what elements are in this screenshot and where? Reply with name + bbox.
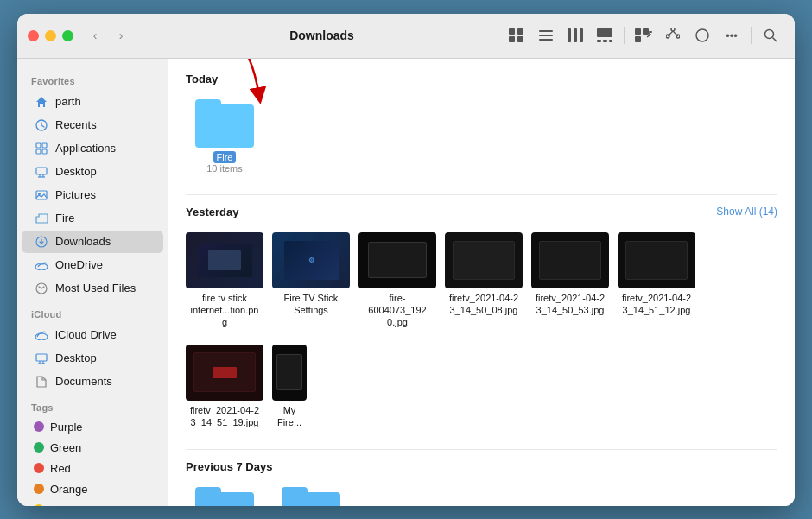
window-title: Downloads <box>141 28 503 42</box>
yesterday-section: Yesterday Show All (14) fire tv stick in… <box>186 206 777 432</box>
file-item-myfire[interactable]: My Fire... <box>272 341 307 433</box>
file-item-firetvsettings[interactable]: ⚙ Fire TV Stick Settings <box>272 229 350 332</box>
fire-folder-container: Fire 10 items <box>186 96 263 177</box>
mostused-icon <box>34 281 49 296</box>
file-item-firetv2[interactable]: firetv_2021-04-2 3_14_50_53.jpg <box>531 229 609 332</box>
tag-button[interactable] <box>688 22 716 49</box>
pictures-icon <box>34 187 49 203</box>
sidebar-item-yellow[interactable]: Yellow <box>22 500 163 506</box>
sidebar-item-fire[interactable]: Fire <box>22 207 163 230</box>
sidebar-item-red[interactable]: Red <box>22 459 163 478</box>
svg-rect-30 <box>42 149 47 154</box>
fire-folder-name: Fire <box>213 151 237 163</box>
more-button[interactable]: ••• <box>718 22 745 49</box>
sidebar-item-desktop[interactable]: Desktop <box>22 161 163 183</box>
svg-rect-14 <box>635 28 641 35</box>
sidebar-item-purple[interactable]: Purple <box>22 417 163 437</box>
traffic-lights <box>28 30 73 41</box>
file-item-firetv1[interactable]: firetv_2021-04-2 3_14_50_08.jpg <box>445 229 523 332</box>
sidebar-item-green[interactable]: Green <box>22 438 163 458</box>
svg-point-36 <box>38 193 41 195</box>
sidebar-item-documents[interactable]: Documents <box>22 370 163 393</box>
today-header: Today <box>186 73 777 85</box>
svg-rect-17 <box>649 31 652 33</box>
firetvsettings-name: Fire TV Stick Settings <box>276 292 346 317</box>
svg-rect-12 <box>603 40 607 42</box>
sidebar-item-icloudrive[interactable]: iCloud Drive <box>22 324 163 346</box>
myfire-name: My Fire... <box>276 404 303 429</box>
sidebar-pictures-label: Pictures <box>55 188 96 201</box>
svg-rect-10 <box>597 28 612 37</box>
divider-yesterday-prev7 <box>186 449 777 450</box>
forward-button[interactable]: › <box>110 24 132 47</box>
today-section: Today <box>186 73 777 177</box>
today-files: Fire 10 items <box>186 96 777 177</box>
file-item-amazon[interactable]: Amazon 20 items <box>186 484 263 505</box>
sidebar-item-pictures[interactable]: Pictures <box>22 184 163 206</box>
svg-rect-15 <box>643 28 649 35</box>
svg-point-23 <box>696 29 708 41</box>
fire-folder-icon <box>195 99 254 148</box>
thumb-myfire <box>272 345 307 401</box>
gallery-view-button[interactable] <box>591 22 619 49</box>
svg-rect-28 <box>42 143 47 148</box>
icloud-icon <box>34 327 49 343</box>
sidebar-item-mostused[interactable]: Most Used Files <box>22 277 163 300</box>
sidebar-item-applications[interactable]: Applications <box>22 137 163 160</box>
fullscreen-button[interactable] <box>62 30 73 41</box>
home-icon <box>34 94 49 110</box>
apps-icon <box>34 141 49 156</box>
yesterday-header: Yesterday Show All (14) <box>186 206 777 218</box>
back-button[interactable]: ‹ <box>84 24 106 47</box>
file-item-fire6004073[interactable]: fire-6004073_192 0.jpg <box>358 229 436 332</box>
sidebar-item-parth[interactable]: parth <box>22 91 163 113</box>
fire6004073-name: fire-6004073_192 0.jpg <box>362 292 433 329</box>
fire-folder-name-text: Fire <box>213 151 237 163</box>
fire-folder-item[interactable]: Fire 10 items <box>186 96 263 177</box>
show-all-yesterday[interactable]: Show All (14) <box>716 206 777 218</box>
search-button[interactable] <box>757 22 784 49</box>
favorites-label: Favorites <box>17 67 168 90</box>
minimize-button[interactable] <box>45 30 56 41</box>
file-item-screenshots[interactable]: Screenshots 17 items <box>272 484 350 505</box>
file-item-firetvinternet[interactable]: fire tv stick internet...tion.png <box>186 229 263 332</box>
svg-rect-29 <box>36 149 41 154</box>
sidebar-item-iclouddesktop[interactable]: Desktop <box>22 347 163 370</box>
tag-yellow-label: Yellow <box>50 503 82 506</box>
thumb-firetvinternet <box>186 232 263 288</box>
nav-buttons: ‹ › <box>84 24 132 47</box>
sidebar-item-recents[interactable]: Recents <box>22 114 163 136</box>
icon-view-button[interactable] <box>503 22 530 49</box>
group-button[interactable] <box>630 22 657 49</box>
main-content: Today <box>168 59 795 506</box>
downloads-icon <box>34 234 49 250</box>
close-button[interactable] <box>28 30 39 41</box>
thumb-firetv4 <box>186 345 263 401</box>
list-view-button[interactable] <box>532 22 560 49</box>
sidebar-mostused-label: Most Used Files <box>55 282 136 294</box>
fire-folder-count: 10 items <box>206 163 243 174</box>
column-view-button[interactable] <box>561 22 589 49</box>
svg-rect-1 <box>509 36 515 42</box>
toolbar-right: ••• <box>503 22 784 49</box>
sidebar-item-onedrive[interactable]: OneDrive <box>22 254 163 276</box>
firetv3-name: firetv_2021-04-2 3_14_51_12.jpg <box>621 292 692 317</box>
svg-rect-7 <box>568 28 571 42</box>
purple-dot <box>34 421 44 432</box>
sidebar-iclouddesktop-label: Desktop <box>55 351 97 364</box>
svg-rect-31 <box>36 168 47 174</box>
file-item-firetv4[interactable]: firetv_2021-04-2 3_14_51_19.jpg <box>186 341 263 433</box>
svg-rect-6 <box>539 39 553 41</box>
file-item-firetv3[interactable]: firetv_2021-04-2 3_14_51_12.jpg <box>618 229 695 332</box>
svg-line-22 <box>673 31 678 36</box>
svg-rect-11 <box>597 40 601 42</box>
sidebar-desktop-label: Desktop <box>55 165 97 178</box>
sidebar-item-orange[interactable]: Orange <box>22 479 163 499</box>
firetv1-name: firetv_2021-04-2 3_14_50_08.jpg <box>448 292 519 317</box>
svg-rect-5 <box>539 35 553 36</box>
thumb-fire6004073 <box>358 232 436 288</box>
sidebar-item-downloads[interactable]: Downloads <box>22 231 163 253</box>
prev7days-files: Amazon 20 items Screenshots 17 ite <box>186 484 777 505</box>
desktop-icon <box>34 164 49 180</box>
share-button[interactable] <box>659 22 687 49</box>
